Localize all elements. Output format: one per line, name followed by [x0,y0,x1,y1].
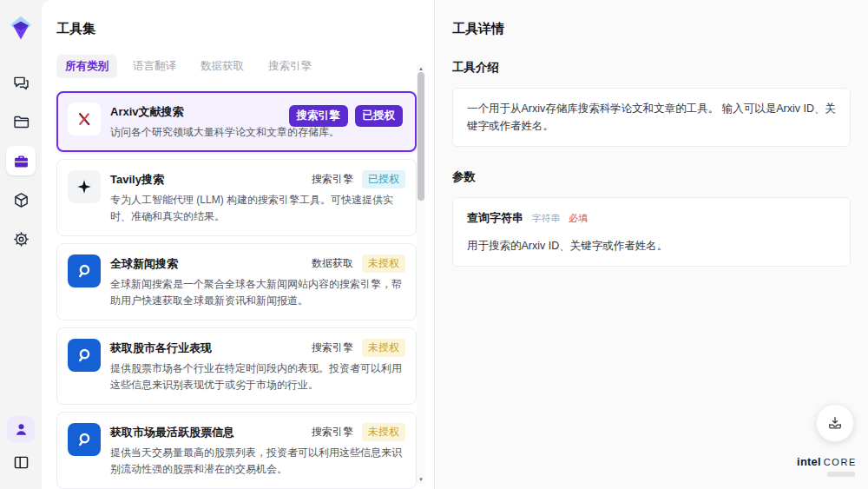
parameter-box: 查询字符串 字符串 必填 用于搜索的Arxiv ID、关键字或作者姓名。 [452,197,851,267]
scrollbar-thumb[interactable] [418,72,424,201]
arxiv-icon [68,102,101,135]
app-window: 工具集 所有类别语言翻译数据获取搜索引擎 Arxiv文献搜索访问各个研究领域大量… [0,0,868,489]
sidebar-item-tools[interactable] [6,146,36,175]
page-title: 工具集 [56,21,411,37]
auth-status-badge: 未授权 [362,254,405,273]
auth-status-badge: 未授权 [362,339,405,357]
tool-detail-panel: 工具详情 工具介绍 一个用于从Arxiv存储库搜索科学论文和文章的工具。 输入可… [434,0,868,489]
panel-icon [12,453,30,472]
parameter-description: 用于搜索的Arxiv ID、关键字或作者姓名。 [467,237,836,254]
detail-title: 工具详情 [452,21,851,37]
tool-description: 提供当天交易量最高的股票列表，投资者可以利用这些信息来识别流动性强的股票和潜在的… [110,445,405,478]
tool-list-item[interactable]: Tavily搜索专为人工智能代理 (LLM) 构建的搜索引擎工具。可快速提供实时… [56,159,417,236]
parameter-type: 字符串 [531,213,560,223]
icon-sidebar [0,0,42,489]
core-wordmark: core [824,457,857,467]
sidebar-nav [6,68,36,254]
parameter-required-badge: 必填 [569,213,588,223]
qnews-icon [68,339,101,372]
tool-category-label: 搜索引擎 [312,425,353,439]
download-icon [826,414,844,432]
tool-list-item[interactable]: 获取股市各行业表现提供股票市场各个行业在特定时间段内的表现。投资者可以利用这些信… [56,327,417,405]
sidebar-item-settings[interactable] [6,224,36,254]
intro-heading: 工具介绍 [452,60,851,76]
sparkle-icon [68,170,101,203]
sidebar-item-chat[interactable] [6,68,36,97]
tool-category-label: 搜索引擎 [312,172,353,187]
tool-meta: 搜索引擎未授权 [312,339,405,357]
download-button[interactable] [816,404,854,442]
tool-list: Arxiv文献搜索访问各个研究领域大量科学论文和文章的存储库。搜索引擎已授权Ta… [56,91,417,489]
toolset-panel: 工具集 所有类别语言翻译数据获取搜索引擎 Arxiv文献搜索访问各个研究领域大量… [42,0,434,489]
tool-meta: 搜索引擎已授权 [312,170,405,188]
tool-category-label: 搜索引擎 [312,340,353,355]
cube-icon [12,191,30,209]
qnews-icon [68,423,101,456]
sidebar-item-profile[interactable] [7,416,35,442]
category-tab[interactable]: 所有类别 [56,55,117,78]
category-tab[interactable]: 数据获取 [192,55,253,78]
category-tab[interactable]: 搜索引擎 [260,55,320,78]
sidebar-item-panel-toggle[interactable] [6,447,36,477]
params-heading: 参数 [452,169,851,185]
tool-list-item[interactable]: Arxiv文献搜索访问各个研究领域大量科学论文和文章的存储库。搜索引擎已授权 [56,91,417,152]
sidebar-item-models[interactable] [6,185,36,215]
tool-list-item[interactable]: 获取市场最活跃股票信息提供当天交易量最高的股票列表，投资者可以利用这些信息来识别… [56,412,417,489]
qnews-icon [68,254,101,287]
tool-category-label: 搜索引擎 [289,105,348,127]
intel-wordmark: intel [797,455,821,468]
category-tabs: 所有类别语言翻译数据获取搜索引擎 [56,55,411,78]
scrollbar[interactable]: ▲ ▼ [417,64,425,484]
category-tab[interactable]: 语言翻译 [124,55,185,78]
tool-description: 专为人工智能代理 (LLM) 构建的搜索引擎工具。可快速提供实时、准确和真实的结… [110,192,405,225]
auth-status-badge: 已授权 [355,105,404,127]
tool-meta: 数据获取未授权 [312,254,405,273]
tool-description: 全球新闻搜索是一个聚合全球各大新闻网站内容的搜索引擎，帮助用户快速获取全球最新资… [110,276,405,309]
auth-status-badge: 未授权 [362,423,405,441]
chat-icon [12,74,30,92]
tool-category-label: 数据获取 [312,256,353,271]
gear-icon [12,230,30,248]
tool-meta: 搜索引擎已授权 [289,105,404,127]
user-icon [12,420,30,439]
toolbox-icon [12,152,30,170]
parameter-header: 查询字符串 字符串 必填 [467,209,836,228]
tool-description: 提供股票市场各个行业在特定时间段内的表现。投资者可以利用这些信息来识别表现优于或… [110,360,405,393]
sidebar-item-files[interactable] [6,107,36,136]
sidebar-bottom-nav [6,416,36,477]
tool-intro-box: 一个用于从Arxiv存储库搜索科学论文和文章的工具。 输入可以是Arxiv ID… [452,88,851,147]
scrollbar-down-arrow[interactable]: ▼ [417,475,425,484]
intel-core-logo: intelcore [797,453,857,477]
folder-icon [12,113,30,131]
tool-meta: 搜索引擎未授权 [312,423,405,441]
tool-list-item[interactable]: 全球新闻搜索全球新闻搜索是一个聚合全球各大新闻网站内容的搜索引擎，帮助用户快速获… [56,243,417,320]
app-logo [7,14,35,42]
auth-status-badge: 已授权 [362,170,405,188]
intel-logo-sub-badge [827,472,855,477]
parameter-name: 查询字符串 [467,211,523,224]
